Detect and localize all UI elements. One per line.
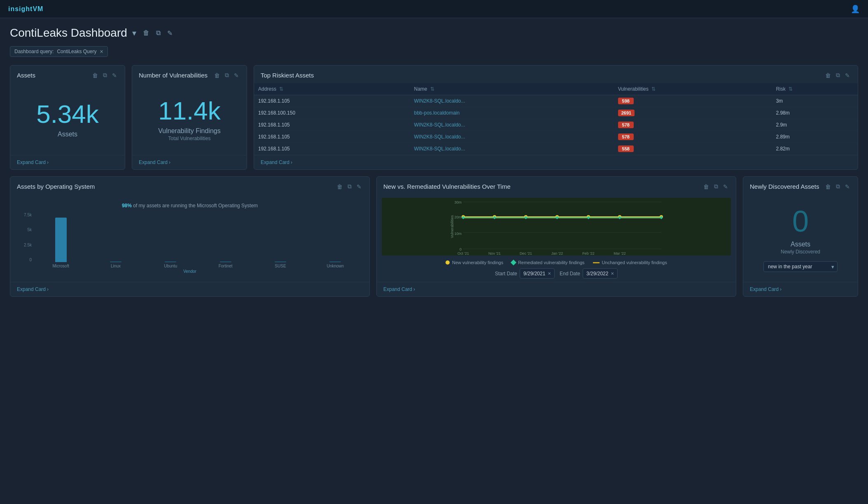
vulnerabilities-expand-link[interactable]: Expand Card › [139, 159, 240, 165]
vuln-over-time-card-footer: Expand Card › [377, 282, 736, 296]
bar-linux [88, 213, 143, 262]
top-card-grid: Assets 🗑 ⧉ ✎ 5.34k Assets Expand Card › [10, 65, 858, 170]
start-date-group: Start Date 9/29/2021 × [495, 268, 555, 279]
vuln-over-time-card-header: New vs. Remediated Vulnerabilities Over … [377, 177, 736, 195]
newly-discovered-dropdown[interactable]: new in the past yearnew in the past mont… [763, 261, 838, 272]
end-date-group: End Date 3/29/2022 × [560, 268, 618, 279]
query-badge-label: Dashboard query: [14, 49, 54, 54]
vulnerabilities-sublabel: Total Vulnerabilities [168, 136, 211, 141]
risk-table-header-address[interactable]: Address ⇅ [254, 83, 410, 95]
bar-chart-inner: 7.5k 5k 2.5k 0 [17, 213, 363, 262]
assets-card-footer: Expand Card › [10, 155, 125, 169]
x-axis-labels: Microsoft Linux Ubuntu Fortinet SUSE Unk… [17, 264, 363, 268]
bar-fortinet-bar [220, 262, 231, 262]
top-riskiest-card-actions: 🗑 ⧉ ✎ [824, 71, 851, 79]
table-row: 192.168.1.105 WIN2K8-SQL.localdo... 578 … [254, 119, 858, 131]
os-assets-card-title: Assets by Operating System [17, 183, 95, 190]
top-riskiest-delete-button[interactable]: 🗑 [824, 71, 832, 79]
assets-expand-link[interactable]: Expand Card › [17, 159, 118, 165]
vulns-delete-button[interactable]: 🗑 [213, 71, 221, 79]
nd-copy-button[interactable]: ⧉ [835, 183, 841, 190]
dashboard-edit-button[interactable]: ✎ [166, 28, 174, 38]
assets-copy-button[interactable]: ⧉ [102, 71, 108, 79]
newly-discovered-card: Newly Discovered Assets 🗑 ⧉ ✎ 0 Assets N… [743, 176, 858, 297]
newly-discovered-expand-link[interactable]: Expand Card › [750, 286, 851, 292]
legend-new-findings: New vulnerability findings [446, 260, 503, 265]
assets-label: Assets [58, 131, 77, 138]
os-chart-title: 98% of my assets are running the Microso… [14, 203, 366, 209]
query-badge: Dashboard query: ContiLeaks Query × [10, 46, 108, 57]
table-cell-vulns: 558 [614, 143, 772, 155]
top-riskiest-card-header: Top Riskiest Assets 🗑 ⧉ ✎ [254, 66, 858, 83]
risk-table-header-name[interactable]: Name ⇅ [410, 83, 614, 95]
start-date-input[interactable]: 9/29/2021 × [520, 268, 555, 279]
vulns-edit-button[interactable]: ✎ [233, 71, 240, 79]
bar-microsoft [33, 213, 88, 262]
risk-table-header-risk[interactable]: Risk ⇅ [772, 83, 858, 95]
start-date-value: 9/29/2021 [523, 271, 545, 277]
nd-edit-button[interactable]: ✎ [844, 183, 851, 190]
app-logo: insightVM [8, 5, 43, 13]
top-riskiest-card: Top Riskiest Assets 🗑 ⧉ ✎ Address ⇅ Name… [254, 65, 858, 170]
os-assets-expand-link[interactable]: Expand Card › [17, 286, 363, 292]
bottom-card-grid: Assets by Operating System 🗑 ⧉ ✎ 98% of … [10, 176, 858, 297]
table-cell-risk: 2.98m [772, 107, 858, 119]
svg-text:0: 0 [460, 247, 462, 251]
os-chart-wrapper: 98% of my assets are running the Microso… [14, 199, 366, 277]
os-edit-button[interactable]: ✎ [355, 183, 363, 190]
table-cell-risk: 2.89m [772, 131, 858, 143]
svg-text:Mar '22: Mar '22 [614, 251, 626, 256]
vuln-over-time-expand-link[interactable]: Expand Card › [383, 286, 729, 292]
top-riskiest-copy-button[interactable]: ⧉ [835, 71, 841, 79]
legend-remediated-diamond [511, 260, 516, 265]
dashboard-dropdown-chevron[interactable]: ▾ [132, 28, 136, 38]
vot-edit-button[interactable]: ✎ [722, 183, 729, 190]
table-cell-risk: 2.9m [772, 119, 858, 131]
legend-remediated: Remediated vulnerability findings [511, 260, 584, 265]
top-riskiest-card-body: Address ⇅ Name ⇅ Vulnerabilities ⇅ Risk … [254, 83, 858, 155]
table-cell-name[interactable]: WIN2K8-SQL.localdo... [410, 95, 614, 107]
table-cell-name[interactable]: bbb-pos.localdomain [410, 107, 614, 119]
top-navigation: insightVM 👤 [0, 0, 868, 18]
end-date-input[interactable]: 3/29/2022 × [583, 268, 618, 279]
y-axis-labels: 7.5k 5k 2.5k 0 [17, 213, 32, 262]
os-copy-button[interactable]: ⧉ [346, 183, 353, 190]
vulns-copy-button[interactable]: ⧉ [224, 71, 230, 79]
dashboard-copy-button[interactable]: ⧉ [154, 28, 162, 38]
nd-delete-button[interactable]: 🗑 [824, 183, 832, 190]
vulnerabilities-value: 11.4k [158, 97, 221, 125]
main-content: ContiLeaks Dashboard ▾ 🗑 ⧉ ✎ Dashboard q… [0, 18, 868, 305]
dashboard-title-row: ContiLeaks Dashboard ▾ 🗑 ⧉ ✎ [10, 26, 858, 40]
query-badge-close-button[interactable]: × [100, 48, 103, 55]
assets-delete-button[interactable]: 🗑 [91, 71, 99, 79]
vulnerabilities-label: Vulnerability Findings [158, 127, 220, 135]
assets-value: 5.34k [36, 100, 99, 128]
risk-table: Address ⇅ Name ⇅ Vulnerabilities ⇅ Risk … [254, 83, 858, 155]
risk-table-header-vulnerabilities[interactable]: Vulnerabilities ⇅ [614, 83, 772, 95]
newly-discovered-value: 0 [792, 204, 809, 238]
newly-discovered-sublabel: Newly Discovered [781, 249, 820, 255]
table-cell-name[interactable]: WIN2K8-SQL.localdo... [410, 143, 614, 155]
legend-unchanged: Unchanged vulnerability findings [593, 260, 667, 265]
chart-legend: New vulnerability findings Remediated vu… [382, 260, 731, 265]
table-cell-name[interactable]: WIN2K8-SQL.localdo... [410, 119, 614, 131]
assets-edit-button[interactable]: ✎ [111, 71, 118, 79]
table-cell-address: 192.168.1.105 [254, 119, 410, 131]
top-riskiest-edit-button[interactable]: ✎ [844, 71, 851, 79]
os-delete-button[interactable]: 🗑 [336, 183, 344, 190]
vot-delete-button[interactable]: 🗑 [702, 183, 710, 190]
os-assets-card-actions: 🗑 ⧉ ✎ [336, 183, 363, 190]
start-date-clear-button[interactable]: × [548, 270, 551, 277]
end-date-clear-button[interactable]: × [611, 270, 614, 277]
date-filters: Start Date 9/29/2021 × End Date 3/29/202… [382, 268, 731, 279]
top-riskiest-expand-link[interactable]: Expand Card › [261, 159, 851, 165]
user-icon[interactable]: 👤 [851, 5, 860, 14]
vot-copy-button[interactable]: ⧉ [713, 183, 719, 190]
table-cell-name[interactable]: WIN2K8-SQL.localdo... [410, 131, 614, 143]
vuln-over-time-card-body: 30m 20m 10m 0 [377, 195, 736, 282]
dashboard-delete-button[interactable]: 🗑 [141, 28, 151, 38]
table-row: 192.168.1.105 WIN2K8-SQL.localdo... 578 … [254, 131, 858, 143]
table-cell-address: 192.168.1.105 [254, 143, 410, 155]
newly-discovered-select-wrapper[interactable]: new in the past yearnew in the past mont… [763, 261, 838, 272]
assets-card-title: Assets [17, 72, 35, 79]
